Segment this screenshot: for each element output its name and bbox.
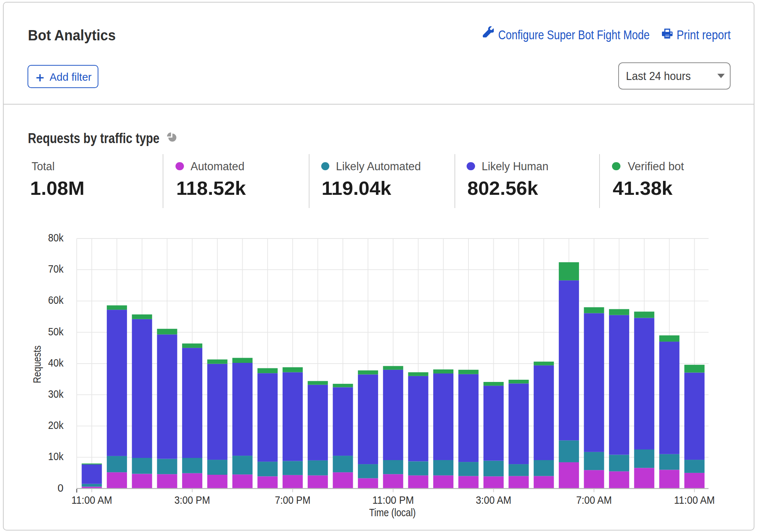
svg-text:0: 0: [58, 482, 64, 494]
svg-text:7:00 AM: 7:00 AM: [576, 494, 612, 506]
svg-text:Time (local): Time (local): [369, 506, 416, 518]
svg-text:Requests: Requests: [31, 346, 43, 383]
svg-text:7:00 PM: 7:00 PM: [275, 494, 311, 506]
svg-text:10k: 10k: [48, 451, 64, 462]
svg-text:20k: 20k: [48, 419, 64, 431]
svg-text:70k: 70k: [48, 263, 64, 275]
svg-text:60k: 60k: [48, 294, 64, 306]
svg-text:3:00 AM: 3:00 AM: [476, 494, 511, 506]
svg-text:3:00 PM: 3:00 PM: [174, 494, 210, 506]
svg-text:11:00 AM: 11:00 AM: [72, 494, 112, 506]
svg-text:50k: 50k: [48, 326, 64, 338]
svg-text:40k: 40k: [48, 357, 64, 369]
svg-text:30k: 30k: [48, 388, 64, 400]
svg-text:11:00 AM: 11:00 AM: [674, 494, 715, 506]
svg-text:11:00 PM: 11:00 PM: [372, 494, 414, 506]
svg-text:80k: 80k: [48, 232, 64, 244]
